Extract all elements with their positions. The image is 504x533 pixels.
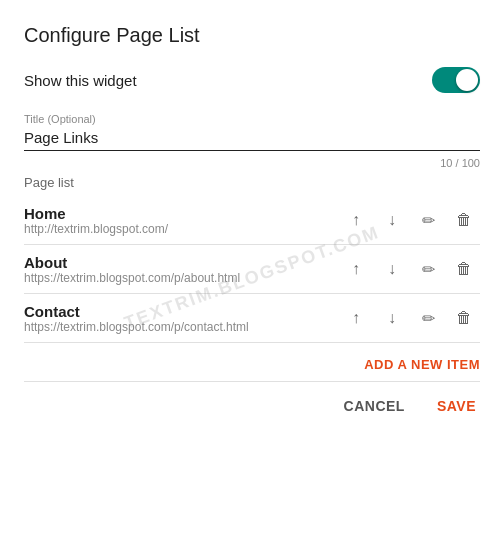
page-item-name: About xyxy=(24,254,332,271)
title-field-group: Title (Optional) xyxy=(24,113,480,151)
edit-button[interactable]: ✏ xyxy=(412,302,444,334)
delete-button[interactable]: 🗑 xyxy=(448,204,480,236)
move-down-button[interactable]: ↓ xyxy=(376,204,408,236)
page-item-name: Contact xyxy=(24,303,332,320)
table-row: Contact https://textrim.blogspot.com/p/c… xyxy=(24,294,480,343)
page-item-url: https://textrim.blogspot.com/p/contact.h… xyxy=(24,320,332,334)
dialog-actions: CANCEL SAVE xyxy=(24,381,480,422)
move-up-button[interactable]: ↑ xyxy=(340,253,372,285)
page-item-actions: ↑ ↓ ✏ 🗑 xyxy=(340,302,480,334)
configure-page-list-dialog: Configure Page List Show this widget Tit… xyxy=(0,0,504,533)
show-widget-row: Show this widget xyxy=(24,67,480,93)
save-button[interactable]: SAVE xyxy=(433,390,480,422)
toggle-knob xyxy=(456,69,478,91)
section-label: Page list xyxy=(24,175,480,190)
add-new-item-button[interactable]: ADD A NEW ITEM xyxy=(364,357,480,372)
move-down-button[interactable]: ↓ xyxy=(376,302,408,334)
page-item-actions: ↑ ↓ ✏ 🗑 xyxy=(340,204,480,236)
page-item-url: https://textrim.blogspot.com/p/about.htm… xyxy=(24,271,332,285)
show-widget-toggle[interactable] xyxy=(432,67,480,93)
show-widget-label: Show this widget xyxy=(24,72,137,89)
page-item-actions: ↑ ↓ ✏ 🗑 xyxy=(340,253,480,285)
char-count: 10 / 100 xyxy=(24,157,480,169)
edit-button[interactable]: ✏ xyxy=(412,253,444,285)
content-area: TEXTRIM.BLOGSPOT.COM Page list Home http… xyxy=(24,175,480,381)
delete-button[interactable]: 🗑 xyxy=(448,253,480,285)
page-item-info: About https://textrim.blogspot.com/p/abo… xyxy=(24,254,332,285)
page-item-url: http://textrim.blogspot.com/ xyxy=(24,222,332,236)
page-item-name: Home xyxy=(24,205,332,222)
move-up-button[interactable]: ↑ xyxy=(340,302,372,334)
delete-button[interactable]: 🗑 xyxy=(448,302,480,334)
title-input[interactable] xyxy=(24,127,480,151)
dialog-title: Configure Page List xyxy=(24,24,480,47)
table-row: About https://textrim.blogspot.com/p/abo… xyxy=(24,245,480,294)
move-up-button[interactable]: ↑ xyxy=(340,204,372,236)
page-list: Home http://textrim.blogspot.com/ ↑ ↓ ✏ … xyxy=(24,196,480,343)
table-row: Home http://textrim.blogspot.com/ ↑ ↓ ✏ … xyxy=(24,196,480,245)
add-item-row: ADD A NEW ITEM xyxy=(24,343,480,381)
edit-button[interactable]: ✏ xyxy=(412,204,444,236)
title-field-label: Title (Optional) xyxy=(24,113,480,125)
cancel-button[interactable]: CANCEL xyxy=(340,390,409,422)
page-item-info: Contact https://textrim.blogspot.com/p/c… xyxy=(24,303,332,334)
move-down-button[interactable]: ↓ xyxy=(376,253,408,285)
page-item-info: Home http://textrim.blogspot.com/ xyxy=(24,205,332,236)
